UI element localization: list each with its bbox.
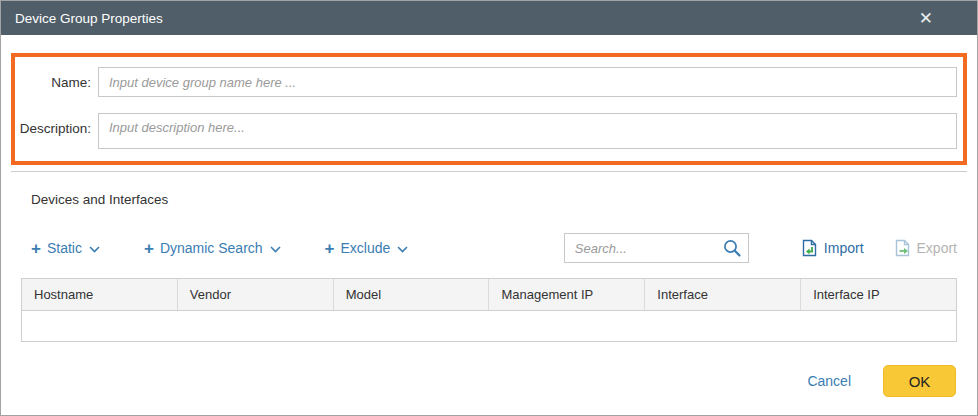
search-input[interactable] <box>564 233 749 263</box>
description-label: Description: <box>15 121 98 136</box>
highlight-border: Name: Description: <box>11 53 967 165</box>
dialog-title: Device Group Properties <box>15 11 163 26</box>
search-icon[interactable] <box>723 239 741 257</box>
cancel-button[interactable]: Cancel <box>807 373 851 389</box>
description-row: Description: <box>15 113 957 149</box>
ok-button[interactable]: OK <box>883 365 956 397</box>
import-label: Import <box>824 240 864 256</box>
chevron-down-icon <box>397 246 408 253</box>
devices-toolbar: + Static + Dynamic Search + Exclude <box>31 233 957 263</box>
plus-icon: + <box>325 240 335 257</box>
section-title: Devices and Interfaces <box>31 192 977 207</box>
add-exclude-label: Exclude <box>341 240 391 256</box>
add-dynamic-search-label: Dynamic Search <box>160 240 263 256</box>
chevron-down-icon <box>270 246 281 253</box>
add-exclude-button[interactable]: + Exclude <box>325 240 409 257</box>
name-row: Name: <box>15 67 957 97</box>
dialog-footer: Cancel OK <box>1 365 956 397</box>
device-group-properties-dialog: Device Group Properties ✕ Name: Descript… <box>0 0 978 416</box>
name-label: Name: <box>15 75 98 90</box>
column-header-model[interactable]: Model <box>334 279 490 310</box>
column-header-management-ip[interactable]: Management IP <box>489 279 645 310</box>
column-header-interface[interactable]: Interface <box>645 279 801 310</box>
add-dynamic-search-button[interactable]: + Dynamic Search <box>144 240 281 257</box>
chevron-down-icon <box>89 246 100 253</box>
add-static-button[interactable]: + Static <box>31 240 100 257</box>
name-input[interactable] <box>98 67 957 97</box>
add-static-label: Static <box>47 240 82 256</box>
plus-icon: + <box>144 240 154 257</box>
column-header-hostname[interactable]: Hostname <box>22 279 178 310</box>
column-header-interface-ip[interactable]: Interface IP <box>801 279 956 310</box>
description-input[interactable] <box>98 113 957 149</box>
export-icon <box>894 239 911 257</box>
plus-icon: + <box>31 240 41 257</box>
import-icon <box>801 239 818 257</box>
devices-table: Hostname Vendor Model Management IP Inte… <box>21 278 957 342</box>
devices-table-header: Hostname Vendor Model Management IP Inte… <box>22 279 956 311</box>
search-box <box>564 233 749 263</box>
import-button[interactable]: Import <box>801 239 864 257</box>
column-header-vendor[interactable]: Vendor <box>178 279 334 310</box>
dialog-titlebar: Device Group Properties ✕ <box>1 1 977 35</box>
export-button[interactable]: Export <box>894 239 957 257</box>
table-empty-row <box>22 311 956 341</box>
export-label: Export <box>917 240 957 256</box>
close-icon[interactable]: ✕ <box>915 8 937 29</box>
section-divider <box>11 171 967 172</box>
